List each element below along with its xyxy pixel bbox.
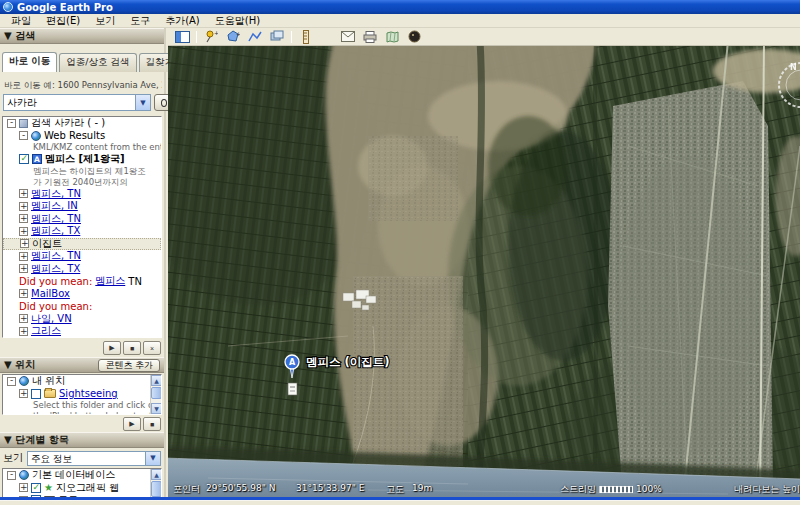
search-panel-title: ▼ 검색	[4, 29, 35, 43]
combo-dropdown-icon[interactable]: ▼	[145, 452, 160, 465]
result-row[interactable]: MailBox	[3, 288, 161, 301]
places-scrollbar[interactable]: ▲ ▼	[150, 375, 161, 414]
layer-row-primary-db[interactable]: 기본 데이터베이스	[3, 469, 161, 482]
status-bar: 포인터 29°50'55.98" N 31°15'33.97" E 고도 19m…	[168, 483, 800, 496]
result-row[interactable]: 멤피스, TN	[3, 213, 161, 226]
menu-edit[interactable]: 편집(E)	[39, 14, 87, 27]
layers-panel-header[interactable]: ▼ 단계별 항목	[0, 432, 164, 448]
scroll-up-icon[interactable]: ▲	[151, 469, 162, 480]
toolbar-separator	[196, 31, 197, 43]
result-row[interactable]: 멤피스, TN	[3, 188, 161, 201]
menu-add[interactable]: 추가(A)	[158, 14, 207, 27]
add-path-button[interactable]	[247, 30, 263, 44]
layers-panel-title: ▼ 단계별 항목	[4, 433, 69, 447]
expand-toggle-icon[interactable]	[19, 227, 28, 236]
expand-toggle-icon[interactable]	[19, 327, 28, 336]
expand-toggle-icon[interactable]	[7, 471, 16, 480]
result-link[interactable]: 그리스	[31, 324, 61, 338]
pointer-longitude: 31°15'33.97" E	[296, 483, 364, 493]
expand-toggle-icon[interactable]	[19, 131, 28, 140]
sightseeing-link[interactable]: Sightseeing	[59, 388, 118, 399]
scroll-thumb[interactable]	[151, 387, 162, 399]
add-content-button[interactable]: 콘텐츠 추가	[98, 359, 160, 372]
places-transport: ▶ ■	[123, 417, 161, 431]
did-you-mean-link[interactable]: 멤피스	[95, 274, 125, 288]
featured-desc-1: 멤피스는 하이집트의 제1왕조	[3, 166, 161, 177]
web-results-row[interactable]: Web Results	[3, 130, 161, 143]
magnifier-icon	[161, 99, 167, 107]
result-row[interactable]: 멤피스, TN	[3, 250, 161, 263]
add-polygon-button[interactable]: +	[225, 30, 241, 44]
print-button[interactable]	[362, 30, 378, 44]
search-panel-header[interactable]: ▼ 검색	[0, 28, 164, 44]
layers-view-select[interactable]: 주요 정보 ▼	[27, 451, 161, 466]
combo-dropdown-icon[interactable]: ▼	[135, 95, 150, 110]
play-tour-button[interactable]: ▶	[123, 417, 141, 431]
expand-toggle-icon[interactable]	[19, 389, 28, 398]
view-label: 보기	[3, 451, 23, 465]
email-button[interactable]	[340, 30, 356, 44]
sky-button[interactable]	[406, 30, 422, 44]
search-input[interactable]	[4, 95, 135, 110]
my-places-row[interactable]: 내 위치	[3, 375, 161, 388]
web-results-label: Web Results	[44, 130, 105, 141]
sidebar-toggle-button[interactable]	[174, 30, 190, 44]
result-row[interactable]: 나일, VN	[3, 313, 161, 326]
featured-result-label: 멤피스 [제1왕국]	[45, 152, 125, 166]
sightseeing-row[interactable]: Sightseeing	[3, 388, 161, 401]
checkbox-unchecked[interactable]	[31, 389, 41, 399]
stop-tour-button[interactable]: ■	[123, 341, 141, 355]
featured-result-row[interactable]: A 멤피스 [제1왕국]	[3, 153, 161, 166]
did-you-mean-suffix: TN	[128, 276, 142, 287]
result-row[interactable]: 멤피스, TX	[3, 263, 161, 276]
title-bar[interactable]: Google Earth Pro	[0, 0, 800, 14]
scroll-down-icon[interactable]: ▼	[151, 403, 162, 414]
checkbox-checked[interactable]	[31, 483, 41, 493]
places-panel-header[interactable]: ▼ 위치 콘텐츠 추가	[0, 357, 164, 373]
map-viewport[interactable]: N A 멤피스 (이집트) 포인터 29°50'55.98" N 31°15'3…	[168, 46, 800, 497]
expand-toggle-icon[interactable]	[7, 119, 16, 128]
expand-toggle-icon[interactable]	[19, 252, 28, 261]
menu-file[interactable]: 파일	[4, 14, 38, 27]
places-panel: ▼ 위치 콘텐츠 추가 내 위치 Sightseeing Select this…	[0, 357, 164, 432]
menu-help[interactable]: 도움말(H)	[208, 14, 267, 27]
menu-tools[interactable]: 도구	[123, 14, 157, 27]
app-globe-icon	[3, 2, 13, 12]
search-combo: ▼	[3, 94, 151, 111]
eye-altitude-label: 내려다보는 높이	[734, 483, 800, 496]
add-placemark-button[interactable]: +	[203, 30, 219, 44]
ruler-button[interactable]	[298, 30, 314, 44]
web-globe-icon	[31, 131, 41, 141]
folder-desc-2: the 'Play' button below to start the	[3, 411, 161, 415]
expand-toggle-icon[interactable]	[19, 483, 28, 492]
expand-toggle-icon[interactable]	[7, 377, 16, 386]
tab-fly-to[interactable]: 바로 이동	[2, 52, 57, 72]
menu-view[interactable]: 보기	[88, 14, 122, 27]
result-link[interactable]: MailBox	[31, 288, 70, 299]
expand-toggle-icon[interactable]	[19, 264, 28, 273]
clear-results-button[interactable]: ×	[143, 341, 161, 355]
scroll-thumb[interactable]	[151, 481, 162, 497]
add-image-overlay-button[interactable]	[269, 30, 285, 44]
expand-toggle-icon[interactable]	[20, 239, 29, 248]
search-results-root[interactable]: 검색 사카라 ( - )	[3, 117, 161, 130]
expand-toggle-icon[interactable]	[19, 289, 28, 298]
stop-tour-button[interactable]: ■	[143, 417, 161, 431]
tab-find-businesses[interactable]: 업종/상호 검색	[59, 53, 136, 72]
expand-toggle-icon[interactable]	[19, 214, 28, 223]
expand-toggle-icon[interactable]	[19, 314, 28, 323]
result-link[interactable]: 멤피스, TX	[31, 262, 80, 276]
layer-row-geographic-web[interactable]: ★ 지오그래픽 웹	[3, 482, 161, 495]
result-row[interactable]: 멤피스, IN	[3, 200, 161, 213]
checkbox-checked[interactable]	[19, 154, 29, 164]
did-you-mean-label: Did you mean:	[19, 301, 92, 312]
view-in-maps-button[interactable]	[384, 30, 400, 44]
result-row-selected[interactable]: 이집트	[3, 238, 161, 251]
did-you-mean-row-2: Did you mean:	[3, 300, 161, 313]
expand-toggle-icon[interactable]	[19, 189, 28, 198]
expand-toggle-icon[interactable]	[19, 202, 28, 211]
result-row[interactable]: 그리스	[3, 325, 161, 338]
play-tour-button[interactable]: ▶	[103, 341, 121, 355]
result-row[interactable]: 멤피스, TX	[3, 225, 161, 238]
scroll-up-icon[interactable]: ▲	[151, 375, 162, 386]
